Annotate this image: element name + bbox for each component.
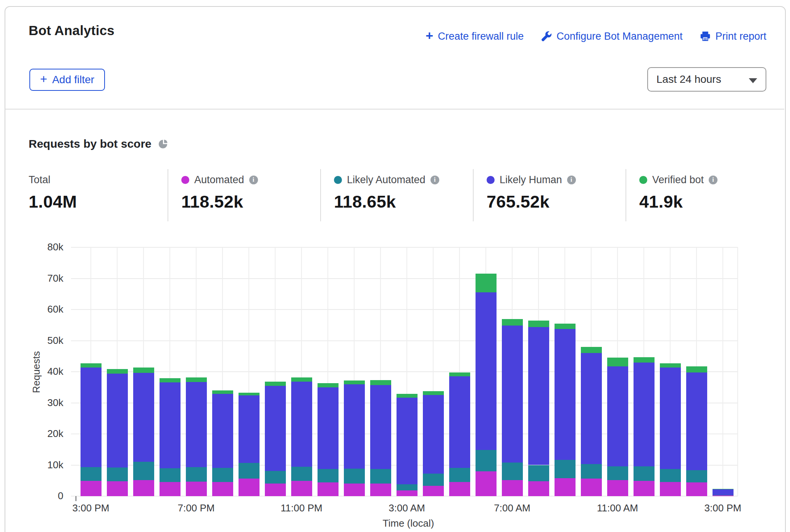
bar-segment-verified-bot[interactable] (713, 489, 734, 489)
bar-segment-likely-human[interactable] (212, 394, 233, 468)
bar-segment-likely-automated[interactable] (713, 495, 734, 496)
bar-segment-likely-automated[interactable] (265, 471, 286, 484)
bar-segment-automated[interactable] (528, 481, 549, 496)
bar-segment-likely-human[interactable] (397, 398, 418, 484)
bar-segment-verified-bot[interactable] (449, 372, 470, 376)
bar-segment-likely-automated[interactable] (318, 469, 339, 482)
bar-segment-likely-human[interactable] (291, 382, 312, 467)
bar-segment-automated[interactable] (239, 479, 260, 496)
bar-segment-likely-human[interactable] (502, 326, 523, 463)
bar-segment-likely-automated[interactable] (476, 450, 497, 471)
bar-segment-verified-bot[interactable] (239, 393, 260, 395)
bar-segment-likely-human[interactable] (265, 386, 286, 471)
bar-segment-automated[interactable] (607, 480, 628, 496)
bar-segment-verified-bot[interactable] (397, 394, 418, 398)
bar-segment-verified-bot[interactable] (212, 390, 233, 394)
bar-segment-likely-automated[interactable] (397, 484, 418, 490)
bar-segment-automated[interactable] (502, 480, 523, 496)
bar-segment-automated[interactable] (291, 481, 312, 496)
bar-segment-likely-human[interactable] (476, 292, 497, 450)
bar-segment-verified-bot[interactable] (528, 321, 549, 327)
bar-segment-likely-human[interactable] (107, 374, 128, 468)
bar-segment-likely-human[interactable] (634, 363, 655, 466)
bar-segment-likely-human[interactable] (686, 372, 707, 470)
bar-segment-automated[interactable] (686, 482, 707, 496)
bar-segment-automated[interactable] (555, 478, 576, 496)
bar-segment-likely-automated[interactable] (660, 469, 681, 482)
bar-segment-likely-human[interactable] (160, 382, 181, 468)
bar-segment-verified-bot[interactable] (133, 368, 154, 373)
bar-segment-likely-human[interactable] (186, 382, 207, 467)
bar-segment-likely-human[interactable] (133, 373, 154, 462)
bar-segment-likely-automated[interactable] (239, 463, 260, 479)
bar-segment-automated[interactable] (713, 495, 734, 496)
bar-segment-likely-human[interactable] (555, 329, 576, 459)
bar-segment-likely-human[interactable] (713, 489, 734, 495)
bar-segment-verified-bot[interactable] (81, 363, 102, 368)
bar-segment-likely-automated[interactable] (686, 470, 707, 483)
create-firewall-rule-link[interactable]: Create firewall rule (426, 30, 524, 43)
info-icon[interactable] (249, 176, 258, 184)
bar-segment-likely-automated[interactable] (344, 469, 365, 483)
bar-segment-automated[interactable] (318, 482, 339, 496)
info-icon[interactable] (567, 176, 576, 184)
bar-segment-likely-automated[interactable] (607, 466, 628, 480)
bar-segment-likely-human[interactable] (423, 395, 444, 474)
bar-segment-verified-bot[interactable] (291, 377, 312, 382)
print-report-link[interactable]: Print report (700, 31, 766, 42)
bar-segment-likely-human[interactable] (660, 368, 681, 469)
bar-segment-verified-bot[interactable] (107, 369, 128, 374)
bar-segment-likely-human[interactable] (370, 385, 391, 469)
bar-segment-likely-automated[interactable] (370, 469, 391, 483)
bar-segment-automated[interactable] (344, 484, 365, 496)
bar-segment-automated[interactable] (370, 484, 391, 496)
bar-segment-likely-automated[interactable] (107, 468, 128, 481)
bar-segment-likely-automated[interactable] (160, 468, 181, 482)
bar-segment-verified-bot[interactable] (160, 378, 181, 382)
bar-segment-automated[interactable] (423, 486, 444, 496)
bar-segment-likely-automated[interactable] (133, 462, 154, 480)
bar-segment-likely-automated[interactable] (449, 468, 470, 482)
bar-segment-likely-human[interactable] (449, 376, 470, 468)
bar-segment-likely-human[interactable] (528, 327, 549, 465)
bar-segment-automated[interactable] (133, 480, 154, 496)
info-icon[interactable] (709, 176, 717, 184)
bar-segment-likely-automated[interactable] (186, 467, 207, 481)
bar-segment-verified-bot[interactable] (344, 380, 365, 385)
info-icon[interactable] (430, 176, 439, 184)
bar-segment-automated[interactable] (581, 479, 602, 496)
bar-segment-likely-automated[interactable] (555, 460, 576, 478)
bar-segment-likely-human[interactable] (607, 366, 628, 466)
bar-segment-automated[interactable] (160, 482, 181, 496)
bar-segment-automated[interactable] (107, 481, 128, 496)
time-range-dropdown[interactable]: Last 24 hours (647, 67, 766, 92)
bar-segment-verified-bot[interactable] (607, 358, 628, 367)
bar-segment-verified-bot[interactable] (423, 391, 444, 395)
bar-segment-likely-automated[interactable] (634, 466, 655, 481)
bar-segment-automated[interactable] (81, 481, 102, 496)
bar-segment-likely-human[interactable] (318, 387, 339, 469)
bar-segment-verified-bot[interactable] (660, 363, 681, 368)
add-filter-button[interactable]: Add filter (29, 69, 105, 91)
bar-segment-automated[interactable] (397, 490, 418, 496)
bar-segment-verified-bot[interactable] (634, 357, 655, 363)
bar-segment-automated[interactable] (212, 482, 233, 496)
bar-segment-automated[interactable] (186, 482, 207, 496)
bar-segment-likely-automated[interactable] (423, 474, 444, 486)
configure-bot-management-link[interactable]: Configure Bot Management (541, 31, 682, 42)
bar-segment-automated[interactable] (660, 482, 681, 496)
bar-segment-likely-automated[interactable] (581, 464, 602, 479)
bar-segment-automated[interactable] (265, 484, 286, 496)
bar-segment-verified-bot[interactable] (370, 380, 391, 385)
bar-segment-verified-bot[interactable] (686, 366, 707, 372)
bar-segment-likely-human[interactable] (239, 395, 260, 463)
bar-segment-automated[interactable] (449, 482, 470, 496)
bar-segment-verified-bot[interactable] (476, 274, 497, 292)
bar-segment-verified-bot[interactable] (555, 324, 576, 329)
bar-segment-automated[interactable] (476, 471, 497, 496)
bar-segment-verified-bot[interactable] (318, 383, 339, 387)
bar-segment-likely-human[interactable] (581, 353, 602, 464)
bar-segment-verified-bot[interactable] (186, 377, 207, 382)
bar-segment-likely-automated[interactable] (502, 463, 523, 480)
bar-segment-automated[interactable] (634, 481, 655, 496)
